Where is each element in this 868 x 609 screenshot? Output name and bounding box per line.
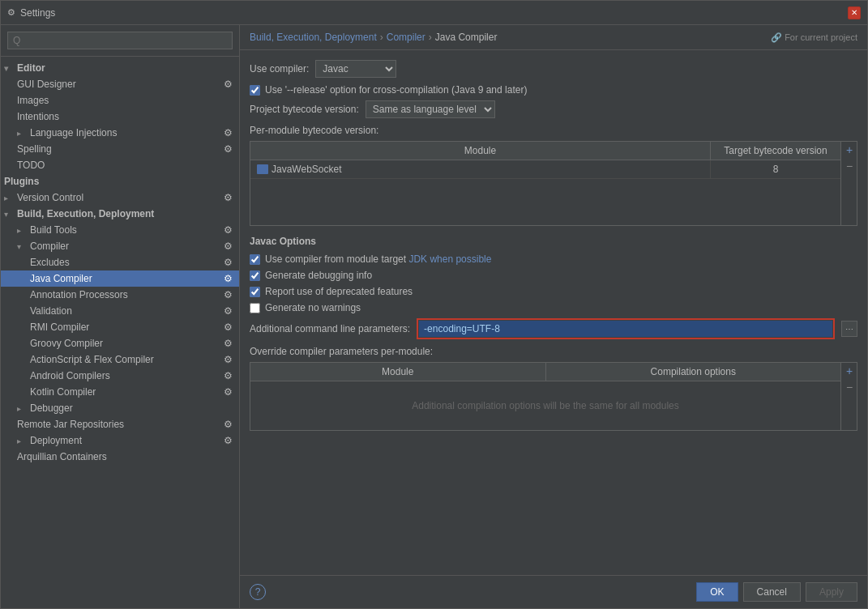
sidebar-item-java-compiler-label: Java Compiler <box>30 273 92 284</box>
override-table: Module Compilation options Additional co… <box>250 362 841 431</box>
report-deprecated-row: Report use of deprecated features <box>250 286 857 297</box>
compiler-select[interactable]: Javac Eclipse Ajc <box>315 60 396 78</box>
per-module-label: Per-module bytecode version: <box>250 125 857 136</box>
sidebar-item-kotlin-label: Kotlin Compiler <box>30 386 96 398</box>
sidebar-item-build-exec-deploy[interactable]: Build, Execution, Deployment <box>1 206 239 222</box>
cross-compile-label: Use '--release' option for cross-compila… <box>265 84 527 96</box>
rmi-config-icon: ⚙ <box>224 322 233 333</box>
sidebar-item-plugins[interactable]: Plugins <box>1 173 239 190</box>
override-actions: + − <box>841 362 857 431</box>
sidebar-item-arquillian[interactable]: Arquillian Containers <box>1 449 239 465</box>
report-deprecated-checkbox[interactable] <box>250 287 260 297</box>
additional-params-label: Additional command line parameters: <box>250 323 410 334</box>
bottom-bar: ? OK Cancel Apply <box>240 575 867 608</box>
cross-compile-row: Use '--release' option for cross-compila… <box>250 84 857 96</box>
sidebar-item-kotlin-compiler[interactable]: Kotlin Compiler ⚙ <box>1 384 239 400</box>
spelling-config-icon: ⚙ <box>224 143 233 155</box>
sidebar-item-intentions[interactable]: Intentions <box>1 109 239 125</box>
params-input[interactable] <box>419 321 832 337</box>
lang-inject-arrow <box>17 129 27 138</box>
table-row[interactable]: JavaWebSocket 8 <box>250 160 840 179</box>
vc-arrow <box>4 194 14 202</box>
deployment-config-icon: ⚙ <box>224 435 233 446</box>
use-module-target-checkbox[interactable] <box>250 254 260 265</box>
sidebar-item-excludes[interactable]: Excludes ⚙ <box>1 254 239 270</box>
help-icon: ? <box>255 586 261 598</box>
remove-override-button[interactable]: − <box>841 379 857 395</box>
add-module-button[interactable]: + <box>841 142 857 158</box>
sidebar-item-validation[interactable]: Validation ⚙ <box>1 303 239 319</box>
sidebar-item-rmi-label: RMI Compiler <box>30 322 89 333</box>
panel-body: Use compiler: Javac Eclipse Ajc Use '--r… <box>240 50 867 575</box>
sidebar-item-remote-jar[interactable]: Remote Jar Repositories ⚙ <box>1 416 239 432</box>
sidebar: Editor GUI Designer ⚙ Images Intentions … <box>1 25 240 608</box>
use-compiler-label: Use compiler: <box>250 63 309 75</box>
params-input-wrapper <box>417 318 835 339</box>
override-module-col: Module <box>250 363 546 381</box>
cancel-button[interactable]: Cancel <box>743 582 801 602</box>
sidebar-item-lang-inject-label: Language Injections <box>30 127 117 138</box>
version-cell: 8 <box>711 160 840 178</box>
help-button[interactable]: ? <box>250 584 266 600</box>
sidebar-item-bt-label: Build Tools <box>30 224 77 236</box>
sidebar-item-arquillian-label: Arquillian Containers <box>17 451 107 462</box>
right-panel: Build, Execution, Deployment › Compiler … <box>240 25 867 608</box>
sidebar-item-java-compiler[interactable]: Java Compiler ⚙ <box>1 270 239 287</box>
close-button[interactable]: ✕ <box>848 6 861 19</box>
sidebar-item-editor-label: Editor <box>17 62 45 74</box>
sidebar-item-build-tools[interactable]: Build Tools ⚙ <box>1 222 239 238</box>
apply-button[interactable]: Apply <box>806 582 857 602</box>
sidebar-item-rmi-compiler[interactable]: RMI Compiler ⚙ <box>1 319 239 335</box>
sidebar-item-language-injections[interactable]: Language Injections ⚙ <box>1 125 239 141</box>
ap-config-icon: ⚙ <box>224 289 233 300</box>
sidebar-item-compiler[interactable]: Compiler ⚙ <box>1 238 239 254</box>
search-box <box>1 25 239 57</box>
no-warnings-row: Generate no warnings <box>250 302 857 313</box>
ok-button[interactable]: OK <box>696 582 738 602</box>
sidebar-item-images[interactable]: Images <box>1 92 239 109</box>
no-warnings-checkbox[interactable] <box>250 303 260 313</box>
sidebar-item-android-compilers[interactable]: Android Compilers ⚙ <box>1 368 239 384</box>
remove-module-button[interactable]: − <box>841 158 857 174</box>
sidebar-item-spelling[interactable]: Spelling ⚙ <box>1 141 239 157</box>
sidebar-item-annotation-processors[interactable]: Annotation Processors ⚙ <box>1 287 239 303</box>
sidebar-item-editor[interactable]: Editor <box>1 60 239 76</box>
groovy-config-icon: ⚙ <box>224 338 233 349</box>
breadcrumb-sep2: › <box>429 32 432 43</box>
sidebar-item-android-label: Android Compilers <box>30 370 110 381</box>
cross-compile-checkbox[interactable] <box>250 85 260 96</box>
sidebar-item-gui-label: GUI Designer <box>17 79 76 90</box>
sidebar-item-groovy-compiler[interactable]: Groovy Compiler ⚙ <box>1 335 239 351</box>
override-options-col: Compilation options <box>546 363 841 381</box>
java-compiler-config-icon: ⚙ <box>224 273 233 284</box>
jdk-link[interactable]: JDK when possible <box>408 253 491 265</box>
sidebar-item-todo-label: TODO <box>17 160 45 171</box>
sidebar-item-todo[interactable]: TODO <box>1 157 239 173</box>
breadcrumb: Build, Execution, Deployment › Compiler … <box>240 25 867 50</box>
bed-arrow <box>4 210 14 219</box>
sidebar-item-vc-label: Version Control <box>17 192 83 203</box>
sidebar-item-plugins-label: Plugins <box>4 176 39 187</box>
breadcrumb-build[interactable]: Build, Execution, Deployment <box>250 32 377 43</box>
search-input[interactable] <box>7 32 233 49</box>
add-override-button[interactable]: + <box>841 363 857 379</box>
sidebar-item-gui-designer[interactable]: GUI Designer ⚙ <box>1 76 239 92</box>
sidebar-item-version-control[interactable]: Version Control ⚙ <box>1 190 239 206</box>
report-deprecated-label: Report use of deprecated features <box>265 286 413 297</box>
project-bytecode-label: Project bytecode version: <box>250 104 359 115</box>
as-config-icon: ⚙ <box>224 354 233 365</box>
project-bytecode-select[interactable]: Same as language level 8 11 17 <box>366 100 495 118</box>
sidebar-item-rj-label: Remote Jar Repositories <box>17 419 124 430</box>
sidebar-item-debugger[interactable]: Debugger <box>1 400 239 416</box>
use-compiler-row: Use compiler: Javac Eclipse Ajc <box>250 60 857 78</box>
override-label: Override compiler parameters per-module: <box>250 346 857 357</box>
sidebar-item-debugger-label: Debugger <box>30 402 73 414</box>
expand-params-button[interactable]: ⋯ <box>841 321 857 337</box>
gen-debug-checkbox[interactable] <box>250 270 260 281</box>
sidebar-item-deployment-label: Deployment <box>30 435 82 446</box>
module-icon <box>257 164 268 174</box>
sidebar-item-deployment[interactable]: Deployment ⚙ <box>1 432 239 449</box>
sidebar-item-validation-label: Validation <box>30 305 72 317</box>
breadcrumb-compiler[interactable]: Compiler <box>387 32 425 43</box>
sidebar-item-actionscript[interactable]: ActionScript & Flex Compiler ⚙ <box>1 351 239 368</box>
